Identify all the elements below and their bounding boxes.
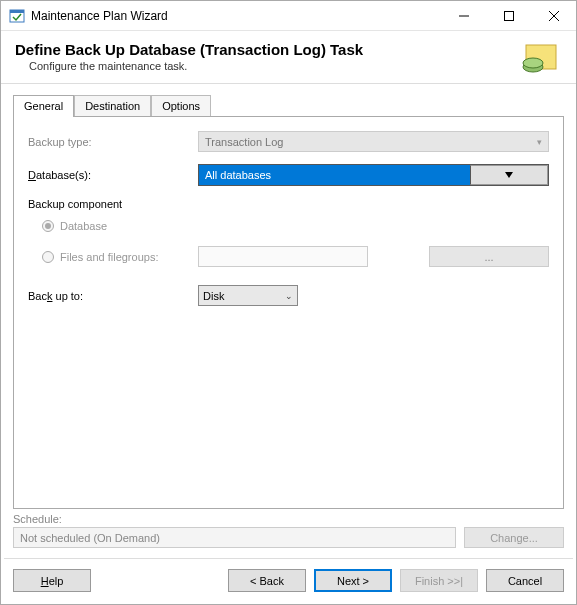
schedule-label: Schedule:	[13, 513, 564, 525]
wizard-footer: Help < Back Next > Finish >>| Cancel	[1, 559, 576, 604]
radio-database-row: Database	[42, 220, 549, 232]
back-button[interactable]: < Back	[228, 569, 306, 592]
svg-rect-3	[504, 11, 513, 20]
page-subtitle: Configure the maintenance task.	[29, 60, 518, 72]
backup-type-label: Backup type:	[28, 136, 198, 148]
minimize-button[interactable]	[441, 1, 486, 30]
finish-button: Finish >>|	[400, 569, 478, 592]
help-button[interactable]: Help	[13, 569, 91, 592]
radio-filegroups	[42, 251, 54, 263]
titlebar[interactable]: Maintenance Plan Wizard	[1, 1, 576, 31]
window-title: Maintenance Plan Wizard	[31, 9, 441, 23]
window-controls	[441, 1, 576, 30]
maximize-icon	[504, 11, 514, 21]
databases-value: All databases	[199, 169, 470, 181]
tab-panel-general: Backup type: Transaction Log ▾ Database(…	[13, 116, 564, 509]
svg-point-8	[523, 58, 543, 68]
dropdown-button[interactable]	[470, 165, 548, 185]
schedule-section: Schedule: Not scheduled (On Demand) Chan…	[1, 509, 576, 558]
tab-general[interactable]: General	[13, 95, 74, 117]
radio-filegroups-label: Files and filegroups:	[60, 251, 158, 263]
schedule-input: Not scheduled (On Demand)	[13, 527, 456, 548]
chevron-down-icon: ▾	[537, 137, 542, 147]
tab-options[interactable]: Options	[151, 95, 211, 117]
svg-rect-1	[10, 10, 24, 13]
app-icon	[9, 8, 25, 24]
wizard-hero-icon	[518, 41, 562, 75]
radio-database-label: Database	[60, 220, 107, 232]
filegroups-input	[198, 246, 368, 267]
wizard-header: Define Back Up Database (Transaction Log…	[1, 31, 576, 84]
minimize-icon	[459, 11, 469, 21]
window-frame: Maintenance Plan Wizard Define Back Up D…	[0, 0, 577, 605]
radio-database	[42, 220, 54, 232]
close-icon	[549, 11, 559, 21]
backup-to-select[interactable]: Disk ⌄	[198, 285, 298, 306]
backup-type-select: Transaction Log ▾	[198, 131, 549, 152]
change-schedule-button: Change...	[464, 527, 564, 548]
databases-label: Database(s):	[28, 169, 198, 181]
backup-to-label: Back up to:	[28, 290, 198, 302]
databases-dropdown[interactable]: All databases	[198, 164, 549, 186]
chevron-down-icon[interactable]: ⌄	[285, 291, 293, 301]
next-button[interactable]: Next >	[314, 569, 392, 592]
tabs: General Destination Options	[13, 94, 564, 116]
backup-to-value: Disk	[203, 290, 224, 302]
backup-type-value: Transaction Log	[205, 136, 283, 148]
backup-component-label: Backup component	[28, 198, 549, 210]
maximize-button[interactable]	[486, 1, 531, 30]
page-title: Define Back Up Database (Transaction Log…	[15, 41, 518, 58]
cancel-button[interactable]: Cancel	[486, 569, 564, 592]
filegroups-browse-button: ...	[429, 246, 549, 267]
close-button[interactable]	[531, 1, 576, 30]
chevron-down-icon	[505, 172, 513, 178]
tab-destination[interactable]: Destination	[74, 95, 151, 117]
svg-marker-9	[505, 172, 513, 178]
